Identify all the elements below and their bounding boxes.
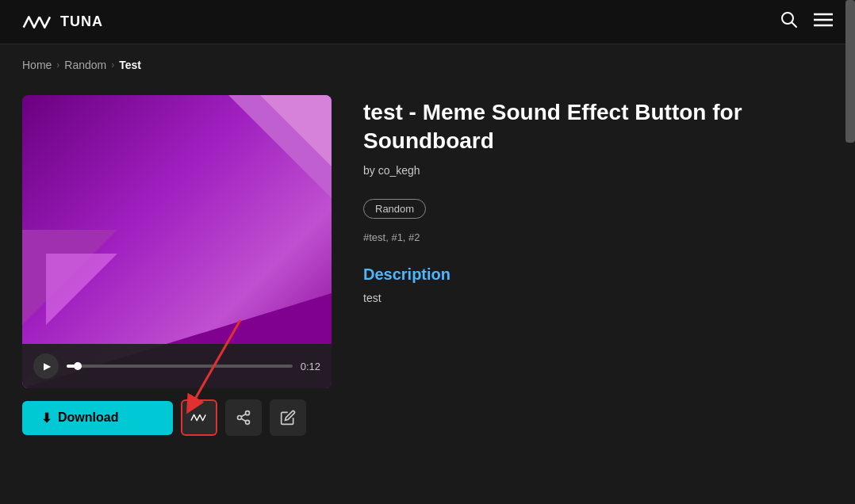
progress-bar[interactable] (67, 365, 293, 368)
download-label: Download (58, 410, 118, 425)
main-content: 0:12 ⬇ Download (0, 79, 855, 452)
svg-line-1 (792, 23, 797, 28)
breadcrumb-sep-1: › (56, 59, 59, 71)
description-heading: Description (363, 265, 833, 284)
svg-line-8 (241, 418, 246, 421)
svg-point-7 (246, 420, 250, 424)
right-panel: test - Meme Sound Effect Button for Soun… (363, 95, 833, 304)
scrollbar-track[interactable] (845, 0, 855, 504)
tags: #test, #1, #2 (363, 231, 833, 243)
header-actions (780, 11, 833, 32)
category-badge[interactable]: Random (363, 199, 426, 219)
author-label: by (363, 164, 375, 177)
share-icon (236, 410, 251, 426)
logo-icon (22, 13, 54, 32)
breadcrumb-current: Test (119, 59, 141, 71)
breadcrumb-sep-2: › (111, 59, 114, 71)
left-panel: 0:12 ⬇ Download (22, 95, 332, 436)
download-icon: ⬇ (41, 410, 52, 426)
header: TUNA (0, 0, 855, 44)
thumb-tri2 (260, 95, 332, 166)
time-label: 0:12 (301, 361, 320, 372)
edit-icon (280, 410, 296, 426)
play-button[interactable] (33, 353, 59, 379)
download-button[interactable]: ⬇ Download (22, 401, 173, 435)
menu-icon[interactable] (814, 13, 833, 31)
sound-title: test - Meme Sound Effect Button for Soun… (363, 98, 833, 156)
player-bar: 0:12 (22, 344, 332, 388)
tuna-logo-icon (190, 411, 208, 424)
tuna-button[interactable] (181, 399, 217, 436)
sound-author: by co_kegh (363, 164, 833, 177)
action-row: ⬇ Download (22, 399, 332, 436)
logo[interactable]: TUNA (22, 13, 103, 32)
svg-point-5 (246, 411, 250, 415)
breadcrumb: Home › Random › Test (0, 44, 855, 79)
svg-point-6 (238, 416, 242, 420)
search-icon[interactable] (780, 11, 798, 32)
breadcrumb-home[interactable]: Home (22, 59, 52, 71)
logo-text: TUNA (60, 13, 103, 30)
description-text: test (363, 292, 833, 304)
svg-line-9 (241, 414, 246, 416)
edit-button[interactable] (270, 399, 306, 436)
author-name: co_kegh (378, 164, 420, 177)
progress-dot (74, 362, 82, 370)
share-button[interactable] (225, 399, 262, 436)
scrollbar-thumb[interactable] (845, 0, 855, 143)
breadcrumb-random[interactable]: Random (64, 59, 106, 71)
thumbnail: 0:12 (22, 95, 332, 388)
